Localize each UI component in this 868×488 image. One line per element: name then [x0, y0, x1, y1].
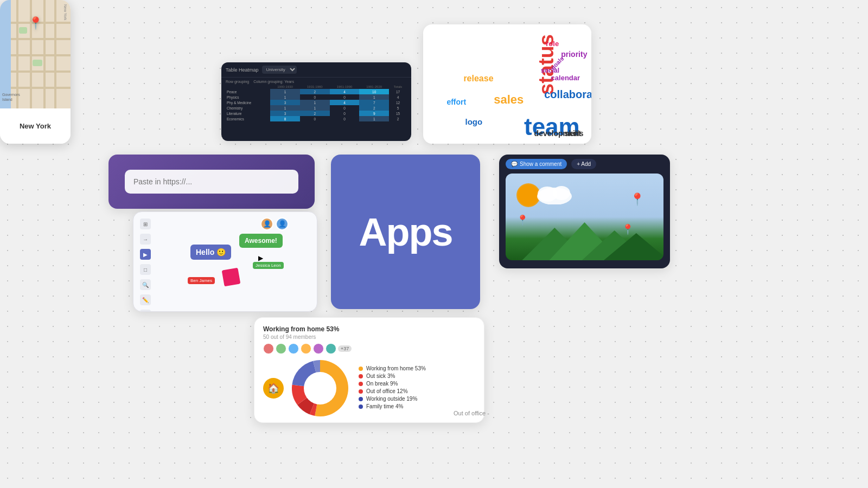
pie-subtitle: 50 out of 94 members	[263, 334, 475, 340]
comment-icon: 💬	[511, 161, 518, 167]
legend-dot	[359, 389, 363, 394]
governors-label: GovernorsIsland	[2, 93, 20, 102]
table-cell-total: 5	[389, 105, 407, 111]
pie-chart-card: Working from home 53% 50 out of 94 membe…	[254, 317, 484, 423]
legend-label: Family time 4%	[366, 403, 403, 409]
pie-chart-area	[290, 358, 350, 418]
legend-dot	[359, 382, 363, 386]
wordcloud-word: release	[463, 74, 493, 83]
table-cell: 8	[270, 116, 300, 121]
wb-sticky-awesome[interactable]: Awesome!	[239, 234, 283, 248]
wordcloud-word: calendar	[551, 74, 580, 81]
avatar: 👤	[276, 217, 289, 230]
avatar	[263, 343, 274, 354]
map-anno-image: 📍 📍 📍	[506, 174, 663, 260]
wordcloud-word: logo	[465, 118, 483, 126]
table-cell: 2	[359, 105, 389, 111]
legend-label: Out sick 3%	[366, 373, 395, 379]
table-cell: 0	[330, 111, 360, 116]
table-cell-total: 17	[389, 89, 407, 94]
table-cell-total: 4	[389, 94, 407, 100]
wb-shape-pink	[222, 268, 241, 287]
wb-tool-text[interactable]: T	[140, 310, 151, 312]
table-cell: 1	[300, 105, 330, 111]
wb-tool-pen[interactable]: ✏️	[140, 294, 151, 305]
heatmap-column-select[interactable]: University Country	[262, 66, 297, 74]
url-paste-card	[108, 155, 315, 209]
wordcloud-word: skills	[564, 130, 583, 137]
row-label: Phy & Medicine	[226, 100, 270, 105]
table-cell: 2	[300, 89, 330, 94]
table-cell: 1	[270, 105, 300, 111]
whiteboard-content: 👤 👤 Hello 🙂 Ben James Awesome! ▶ Jessica…	[158, 217, 310, 306]
whiteboard-toolbar: ⊞ → ▶ □ 🔍 ✏️ T 🗑	[140, 219, 151, 312]
wb-tool-arrow[interactable]: →	[140, 234, 151, 245]
city-name-label: New York	[0, 108, 71, 144]
legend-label: Out of office 12%	[366, 388, 408, 394]
legend-dot	[359, 397, 363, 401]
map-park	[19, 27, 27, 34]
table-cell-total: 15	[389, 111, 407, 116]
table-cell: 3	[270, 100, 300, 105]
legend-item: Working from home 53%	[359, 365, 475, 371]
legend-label: On break 9%	[366, 381, 398, 387]
table-cell: 0	[330, 94, 360, 100]
table-cell-total: 12	[389, 100, 407, 105]
row-grouping-label: Row grouping	[226, 80, 249, 84]
wordcloud-word: social	[541, 67, 559, 74]
table-row: Physics 1 0 0 1 4	[226, 94, 407, 100]
table-cell: 0	[330, 116, 360, 121]
wb-sticky-hello[interactable]: Hello 🙂	[190, 245, 231, 260]
table-cell: 1	[359, 116, 389, 121]
legend-item: Out of office 12%	[359, 388, 475, 394]
url-input[interactable]	[125, 170, 298, 194]
wb-tool-shape[interactable]: □	[140, 264, 151, 275]
row-label: Peace	[226, 89, 270, 94]
wb-tool-grid[interactable]: ⊞	[140, 219, 151, 229]
legend-dot	[359, 374, 363, 378]
legend-item: Working outside 19%	[359, 396, 475, 402]
legend-label: Working from home 53%	[366, 365, 426, 371]
col-grouping-label: Column grouping: Years	[253, 80, 294, 84]
wordcloud-card: statusroleprioritygoalssocialcalendarrel…	[423, 24, 591, 144]
pie-header: Working from home 53% 50 out of 94 membe…	[254, 318, 484, 354]
table-cell: 0	[330, 105, 360, 111]
svg-point-2	[553, 186, 570, 200]
out-of-office-label: Out of office -	[454, 410, 489, 416]
row-label: Literature	[226, 111, 270, 116]
ny-side-label: New York	[63, 4, 67, 21]
apps-label: Apps	[359, 210, 452, 254]
wb-tool-search[interactable]: 🔍	[140, 279, 151, 290]
legend-label: Working outside 19%	[366, 396, 417, 402]
add-button[interactable]: + Add	[571, 159, 596, 169]
table-cell: 1	[359, 94, 389, 100]
avatar	[288, 343, 299, 354]
map-pin-blue-1: 📍	[630, 192, 644, 207]
legend-item: Out sick 3%	[359, 373, 475, 379]
heatmap-table: 1900-1930 1931-1960 1961-1990 1991-2020 …	[226, 85, 407, 121]
table-cell: 4	[330, 100, 360, 105]
whiteboard-card: ⊞ → ▶ □ 🔍 ✏️ T 🗑 👤 👤 Hello 🙂 Ben James A…	[133, 211, 317, 312]
table-cell: 9	[359, 111, 389, 116]
table-cell: 1	[270, 94, 300, 100]
wordcloud-word: collaboration	[544, 89, 591, 100]
show-comment-button[interactable]: 💬 Show a comment	[506, 159, 567, 169]
pie-avatars: +37	[263, 343, 475, 354]
wb-tool-cursor[interactable]: ▶	[140, 249, 151, 260]
wb-label-jessica: Jessica Leon	[253, 262, 284, 269]
table-row: Peace 1 2 4 10 17	[226, 89, 407, 94]
avatar-count-badge: +37	[338, 345, 352, 352]
table-row: Phy & Medicine 3 1 4 7 12	[226, 100, 407, 105]
pie-svg	[290, 358, 350, 418]
home-icon: 🏠	[263, 378, 284, 399]
cloud-icon	[535, 180, 573, 204]
table-cell: 3	[270, 111, 300, 116]
table-cell: 10	[359, 89, 389, 94]
map-background: 📍 New York GovernorsIsland	[0, 0, 71, 108]
hm-col-3: 1961-1990	[330, 85, 360, 89]
wb-label-ben: Ben James	[188, 277, 215, 284]
avatar: 👤	[260, 217, 273, 230]
wordcloud-word: priority	[561, 50, 587, 58]
table-cell: 0	[300, 116, 330, 121]
wordcloud-word: role	[546, 40, 559, 47]
